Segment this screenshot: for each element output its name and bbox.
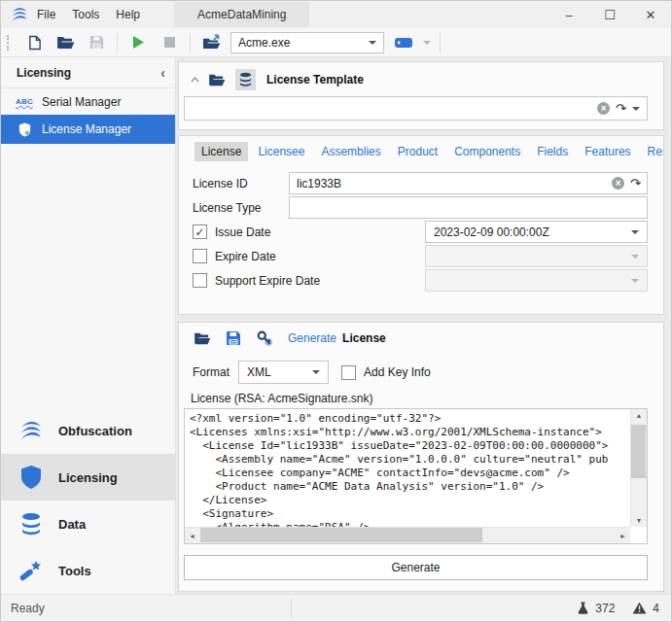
play-icon <box>131 35 145 50</box>
expire-date-checkbox[interactable] <box>193 249 207 263</box>
sidebar-item-data[interactable]: Data <box>1 501 175 547</box>
open-folder-icon <box>56 35 75 50</box>
sidebar-item-license-manager[interactable]: License Manager <box>1 115 175 144</box>
sidebar-header: Licensing ‹ <box>1 57 175 88</box>
vertical-scroll-thumb[interactable] <box>631 425 646 478</box>
sidebar-item-tools[interactable]: Tools <box>1 547 175 594</box>
generate-link[interactable]: Generate <box>288 331 336 345</box>
generate-button[interactable]: Generate <box>184 555 648 580</box>
collapse-chevron-icon[interactable] <box>191 77 199 83</box>
test-count[interactable]: 372 <box>595 602 615 615</box>
horizontal-scroll-thumb[interactable] <box>200 528 482 542</box>
issue-date-label: Issue Date <box>215 225 270 239</box>
nav-item-label: Data <box>58 517 86 532</box>
clear-icon[interactable]: × <box>612 177 624 190</box>
issue-date-combo[interactable]: 2023-02-09 00:00:00Z <box>425 221 648 243</box>
toolbar-grip[interactable] <box>7 35 9 51</box>
scroll-up-icon[interactable]: ▲ <box>636 412 643 419</box>
issue-date-value: 2023-02-09 00:00:00Z <box>434 225 549 239</box>
sidebar-item-serial-manager[interactable]: ABC Serial Manager <box>1 88 175 115</box>
toolbar: Acme.exe <box>1 28 671 57</box>
menu-tools[interactable]: Tools <box>72 8 112 21</box>
new-file-button[interactable] <box>21 31 47 54</box>
nav-item-label: Obfuscation <box>58 424 132 438</box>
save-button[interactable] <box>84 31 109 54</box>
tab-restrictions[interactable]: Restrictions <box>641 142 663 161</box>
sidebar-spacer <box>1 144 175 407</box>
open-template-icon[interactable] <box>208 73 226 86</box>
nav-item-label: Licensing <box>58 470 118 485</box>
open-target-button[interactable] <box>198 31 224 54</box>
redo-icon[interactable]: ↷ <box>616 102 626 115</box>
tab-license[interactable]: License <box>195 142 248 161</box>
statusbar: Ready 372 4 <box>1 594 671 621</box>
open-button[interactable] <box>53 31 78 54</box>
redo-icon[interactable]: ↷ <box>630 177 641 190</box>
license-template-combo[interactable]: × ↷ <box>184 96 648 121</box>
license-template-panel: License Template × ↷ <box>178 61 664 130</box>
license-id-input[interactable]: lic1933B × ↷ <box>289 172 648 194</box>
sidebar-collapse-icon[interactable]: ‹ <box>160 65 165 81</box>
issue-date-checkbox[interactable]: ✓ <box>193 225 207 239</box>
main-area: License Template × ↷ License Licensee <box>176 57 671 594</box>
license-editor-panel: License Licensee Assemblies Product Comp… <box>178 135 664 315</box>
tab-components[interactable]: Components <box>447 142 527 161</box>
status-counters: 372 4 <box>577 601 671 615</box>
tab-fields[interactable]: Fields <box>530 142 575 161</box>
key-icon[interactable] <box>256 329 273 347</box>
save-icon <box>89 35 104 50</box>
scroll-down-icon[interactable]: ▼ <box>636 517 643 524</box>
stop-icon <box>164 37 175 48</box>
add-key-info-label: Add Key Info <box>364 365 431 379</box>
scroll-right-icon[interactable]: ► <box>619 533 626 539</box>
license-type-label: License Type <box>193 201 289 215</box>
generate-panel-header: Generate License <box>179 323 663 351</box>
project-tab[interactable]: AcmeDataMining <box>174 2 309 27</box>
save-license-icon[interactable] <box>226 330 241 346</box>
license-output-label: License (RSA: AcmeSignature.snk) <box>191 392 648 405</box>
chevron-down-icon <box>423 41 431 45</box>
content-area: Licensing ‹ ABC Serial Manager License M… <box>1 57 671 594</box>
minimize-button[interactable]: – <box>548 1 589 28</box>
menu-file[interactable]: File <box>37 8 68 21</box>
shield-icon <box>17 465 46 490</box>
support-expire-date-label: Support Expire Date <box>215 274 320 288</box>
chevron-down-icon[interactable] <box>632 107 640 111</box>
license-xml-output[interactable]: <?xml version="1.0" encoding="utf-32"?> … <box>184 408 648 544</box>
stop-button[interactable] <box>157 31 182 54</box>
sidebar-item-obfuscation[interactable]: Obfuscation <box>1 407 175 454</box>
add-key-info-checkbox[interactable] <box>341 365 356 380</box>
format-combo[interactable]: XML <box>238 361 329 384</box>
app-logo-icon <box>10 7 29 22</box>
sidebar-title: Licensing <box>17 66 71 80</box>
tab-product[interactable]: Product <box>391 142 444 161</box>
license-type-input[interactable] <box>289 196 648 219</box>
scroll-left-icon[interactable]: ◄ <box>189 533 195 539</box>
support-expire-date-checkbox[interactable] <box>193 273 207 288</box>
generate-license-panel: Generate License Format XML Add Key Info… <box>178 322 664 592</box>
chevron-down-icon <box>631 230 639 234</box>
tab-assemblies[interactable]: Assemblies <box>314 142 387 161</box>
toolbar-separator <box>440 33 441 52</box>
open-license-icon[interactable] <box>194 331 211 345</box>
tag-dropdown-button[interactable] <box>394 36 431 50</box>
warning-count[interactable]: 4 <box>653 602 659 615</box>
titlebar: File Tools Help AcmeDataMining – ☐ ✕ <box>1 1 671 28</box>
wand-icon <box>17 558 46 583</box>
flask-icon <box>577 601 589 615</box>
window-controls: – ☐ ✕ <box>548 1 671 28</box>
target-assembly-combo[interactable]: Acme.exe <box>230 32 384 53</box>
new-file-icon <box>27 35 42 51</box>
format-row: Format XML Add Key Info <box>193 361 648 384</box>
tab-features[interactable]: Features <box>578 142 637 161</box>
maximize-button[interactable]: ☐ <box>589 1 630 28</box>
sidebar-item-licensing[interactable]: Licensing <box>1 454 175 501</box>
close-button[interactable]: ✕ <box>630 1 671 28</box>
template-database-icon[interactable] <box>235 69 256 90</box>
menu-help[interactable]: Help <box>116 8 153 21</box>
generate-panel-title: License <box>342 331 386 345</box>
run-button[interactable] <box>125 31 151 54</box>
clear-icon[interactable]: × <box>597 102 610 115</box>
tab-licensee[interactable]: Licensee <box>251 142 311 161</box>
obfuscation-icon <box>17 420 46 441</box>
